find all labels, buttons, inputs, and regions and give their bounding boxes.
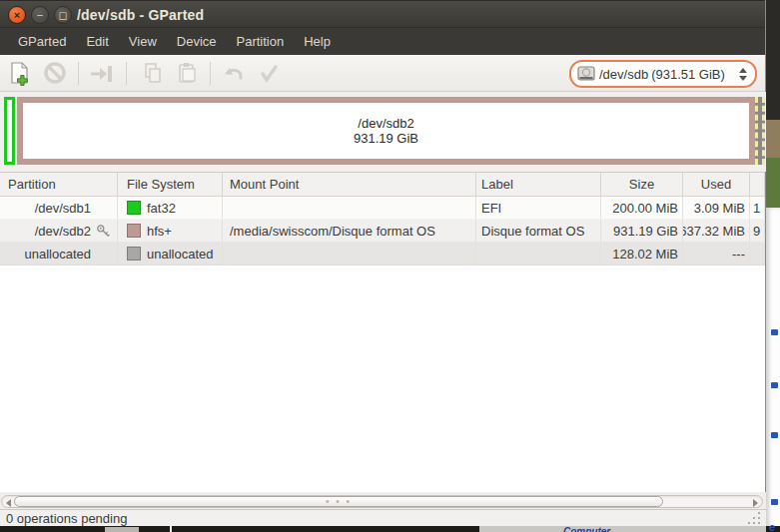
partition-size: 931.19 GiB bbox=[601, 220, 683, 242]
column-header-partition[interactable]: Partition bbox=[0, 173, 118, 196]
partition-size: 200.00 MiB bbox=[601, 197, 683, 219]
partition-label: Disque format OS bbox=[476, 220, 601, 242]
copy-icon bbox=[140, 60, 167, 87]
minimize-button[interactable]: − bbox=[31, 6, 49, 24]
background-link-fragment bbox=[771, 432, 778, 438]
toolbar-separator bbox=[210, 62, 211, 85]
new-partition-icon bbox=[6, 60, 33, 87]
scrollbar-thumb[interactable]: • • • bbox=[14, 496, 663, 507]
horizontal-scrollbar[interactable]: • • • bbox=[1, 495, 763, 508]
disk-visual-area: /dev/sdb2 931.19 GiB bbox=[0, 92, 766, 172]
partition-name: /dev/sdb1 bbox=[35, 201, 91, 216]
partition-name: /dev/sdb2 bbox=[35, 224, 91, 239]
delete-icon bbox=[42, 60, 69, 87]
paste-icon bbox=[174, 60, 201, 87]
menu-device[interactable]: Device bbox=[167, 30, 227, 53]
mounted-key-icon bbox=[96, 224, 111, 242]
paste-button[interactable] bbox=[174, 60, 201, 87]
background-window-bottom-strip: Computer bbox=[0, 526, 780, 532]
resize-move-icon bbox=[88, 60, 115, 87]
partition-used: 3.09 MiB bbox=[683, 197, 750, 219]
partition-unused-clipped: 9 bbox=[750, 220, 765, 242]
mount-point bbox=[223, 197, 476, 219]
menu-view[interactable]: View bbox=[119, 30, 167, 53]
resize-grip[interactable] bbox=[746, 514, 760, 526]
disk-segment-sdb2[interactable]: /dev/sdb2 931.19 GiB bbox=[17, 97, 755, 165]
background-link-fragment bbox=[771, 382, 778, 388]
mount-point bbox=[223, 243, 476, 265]
wallpaper-tan bbox=[766, 120, 780, 158]
background-fragment bbox=[170, 526, 172, 532]
apply-checkmark-icon bbox=[256, 60, 283, 87]
background-window-edge bbox=[766, 208, 780, 532]
partition-name: unallocated bbox=[25, 247, 92, 262]
partition-unused-clipped: 1 bbox=[750, 197, 765, 219]
column-header-label[interactable]: Label bbox=[476, 173, 601, 196]
partition-unused-clipped bbox=[750, 243, 765, 265]
table-row-unallocated[interactable]: unallocated unallocated 128.02 MiB --- bbox=[0, 243, 765, 266]
device-selector-spinner[interactable] bbox=[739, 68, 747, 81]
filesystem-name: fat32 bbox=[147, 201, 176, 216]
statusbar: 0 operations pending bbox=[0, 509, 766, 526]
partition-used: 637.32 MiB bbox=[683, 220, 750, 242]
undo-button[interactable] bbox=[220, 60, 247, 87]
background-link-fragment bbox=[771, 329, 778, 335]
background-link-fragment: e bbox=[769, 521, 775, 532]
close-button[interactable]: × bbox=[8, 6, 26, 24]
column-header-file-system[interactable]: File System bbox=[118, 173, 223, 196]
hard-drive-icon bbox=[577, 66, 596, 82]
column-header-used[interactable]: Used bbox=[683, 173, 750, 196]
menu-gparted[interactable]: GParted bbox=[8, 30, 76, 53]
screen: Computer e × − ◻ /dev/sdb - GParted GPar… bbox=[0, 0, 780, 532]
table-header-row: Partition File System Mount Point Label … bbox=[0, 172, 765, 197]
filesystem-name: unallocated bbox=[147, 247, 214, 262]
menubar: GParted Edit View Device Partition Help bbox=[0, 28, 765, 55]
partition-table: Partition File System Mount Point Label … bbox=[0, 172, 765, 266]
menu-partition[interactable]: Partition bbox=[227, 30, 295, 53]
maximize-button[interactable]: ◻ bbox=[54, 6, 72, 24]
undo-icon bbox=[220, 60, 247, 87]
scroll-left-icon[interactable] bbox=[6, 499, 11, 507]
operations-pending-text: 0 operations pending bbox=[6, 511, 127, 526]
menu-edit[interactable]: Edit bbox=[76, 30, 118, 53]
wallpaper-dark bbox=[766, 0, 780, 120]
table-row-sdb2[interactable]: /dev/sdb2 hfs+ /media/swisscom/Disque fo… bbox=[0, 220, 765, 243]
filesystem-color-swatch bbox=[127, 247, 141, 261]
device-selector-value: /dev/sdb bbox=[599, 67, 648, 82]
copy-button[interactable] bbox=[140, 60, 167, 87]
scroll-right-icon[interactable] bbox=[753, 499, 758, 507]
toolbar: /dev/sdb (931.51 GiB) bbox=[0, 55, 765, 92]
disk-segment-unallocated[interactable] bbox=[755, 97, 765, 165]
titlebar[interactable]: × − ◻ /dev/sdb - GParted bbox=[0, 0, 765, 28]
device-selector-capacity: (931.51 GiB) bbox=[651, 67, 725, 82]
partition-size: 128.02 MiB bbox=[601, 243, 683, 265]
menu-help[interactable]: Help bbox=[294, 30, 341, 53]
device-selector[interactable]: /dev/sdb (931.51 GiB) bbox=[569, 60, 757, 88]
table-empty-area bbox=[0, 266, 765, 492]
column-header-mount-point[interactable]: Mount Point bbox=[223, 173, 476, 196]
wallpaper-green bbox=[766, 158, 780, 208]
disk-segment-label-device: /dev/sdb2 bbox=[358, 116, 413, 131]
apply-button[interactable] bbox=[256, 60, 283, 87]
background-fragment: Computer bbox=[479, 526, 766, 532]
mount-point: /media/swisscom/Disque format OS bbox=[223, 220, 476, 242]
partition-label bbox=[476, 243, 601, 265]
window-title: /dev/sdb - GParted bbox=[77, 7, 204, 23]
spin-up-icon bbox=[739, 68, 747, 73]
column-header-size[interactable]: Size bbox=[601, 173, 683, 196]
background-link-fragment bbox=[771, 499, 778, 505]
partition-used: --- bbox=[683, 243, 750, 265]
gparted-window: × − ◻ /dev/sdb - GParted GParted Edit Vi… bbox=[0, 0, 766, 526]
filesystem-name: hfs+ bbox=[147, 224, 172, 239]
table-row-sdb1[interactable]: /dev/sdb1 fat32 EFI 200.00 MiB 3.09 MiB … bbox=[0, 197, 765, 220]
new-partition-button[interactable] bbox=[6, 60, 33, 87]
resize-move-button[interactable] bbox=[88, 60, 115, 87]
disk-segment-label-size: 931.19 GiB bbox=[354, 131, 418, 146]
scroll-zone: • • • bbox=[0, 492, 766, 509]
desktop-wallpaper-strip bbox=[766, 0, 780, 532]
background-fragment bbox=[105, 527, 139, 532]
disk-segment-sdb1[interactable] bbox=[4, 97, 15, 165]
background-computer-label: Computer bbox=[563, 527, 610, 532]
filesystem-color-swatch bbox=[127, 224, 141, 238]
delete-partition-button[interactable] bbox=[42, 60, 69, 87]
